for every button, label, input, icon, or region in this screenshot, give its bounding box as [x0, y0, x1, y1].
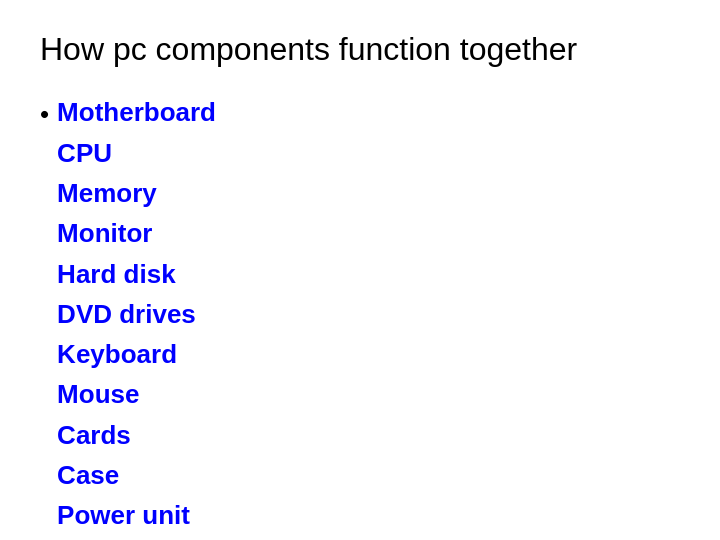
slide: How pc components function together • Mo…: [0, 0, 720, 540]
list-item: Monitor: [57, 213, 216, 253]
list-item: Cards: [57, 415, 216, 455]
list-item: Hard disk: [57, 254, 216, 294]
list-item: Keyboard: [57, 334, 216, 374]
content-area: • MotherboardCPUMemoryMonitorHard diskDV…: [40, 92, 680, 535]
list-item: Power unit: [57, 495, 216, 535]
list-item: DVD drives: [57, 294, 216, 334]
list-item: Case: [57, 455, 216, 495]
list-item: Motherboard: [57, 92, 216, 132]
list-item: Mouse: [57, 374, 216, 414]
items-list: MotherboardCPUMemoryMonitorHard diskDVD …: [57, 92, 216, 535]
bullet-icon: •: [40, 92, 49, 134]
list-item: CPU: [57, 133, 216, 173]
list-item: Memory: [57, 173, 216, 213]
slide-title: How pc components function together: [40, 30, 680, 68]
